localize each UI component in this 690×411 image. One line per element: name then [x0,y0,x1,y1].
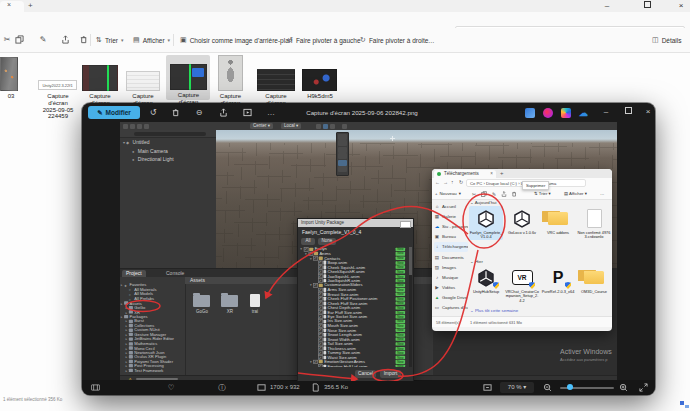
view-button[interactable]: ▤ Afficher ▾ [564,191,587,196]
thumbnail-image[interactable] [218,55,243,91]
thumbnail-image[interactable]: Unity2022.3.22f1 [38,80,77,90]
sidebar-item[interactable]: ▭ Captures d'écr [434,303,468,313]
file-item[interactable]: VR VRC addons [541,206,575,240]
asset-file-icon[interactable] [250,294,260,307]
hierarchy-scene-row[interactable]: ▾ ◆ Untitled [123,139,150,145]
file-item[interactable]: VR Non confirmé 49763.crdownlo [577,206,611,240]
new-button[interactable]: + Nouveau ▾ [435,190,461,197]
up-icon[interactable]: ↑ [451,179,454,185]
viewer-minimize-button[interactable]: – [598,107,614,116]
file-item[interactable]: VR VRChat_CreatorCompanion_Setup_2.4.2 [505,265,539,303]
dialog-scrollbar[interactable] [409,247,412,367]
zoom-out-icon[interactable] [540,382,554,393]
back-icon[interactable]: ← [435,179,440,185]
sidebar-item[interactable]: ▤ Documents [434,252,468,262]
copy-icon[interactable] [14,35,24,45]
delete-icon[interactable] [78,35,88,45]
tab-console[interactable]: Console [162,270,188,277]
share-icon[interactable] [500,191,508,198]
rename-icon[interactable]: ✎ [38,35,48,45]
sidebar-item[interactable]: ▦ Galerie [434,211,468,221]
downloads-tab[interactable]: Téléchargements × [434,170,496,178]
sidebar-item[interactable]: ▲ Google Drive [434,293,468,303]
rotate-icon[interactable]: ↺ [146,107,160,118]
sidebar-item[interactable]: ⌂ Accueil [434,201,468,211]
thumbnail-image[interactable] [0,57,18,91]
photos-app-icon[interactable] [525,108,535,118]
delete-icon[interactable] [168,107,182,118]
sidebar-item[interactable]: ▣ Bureau [434,232,468,242]
minimize-button[interactable]: – [598,1,616,10]
cut-icon[interactable]: ✂ [2,35,12,45]
file-item[interactable]: VR Faelyn_Complete_V1.0.4 [469,206,503,240]
file-item[interactable]: VR OM3D_Course [577,265,611,303]
group-header-yesterday[interactable]: ⌄ Hier [470,259,483,264]
unity-orientation-button[interactable]: Local ▾ [281,123,301,129]
more-button[interactable]: … [600,191,604,196]
zoom-level-dropdown[interactable]: 70 % ▾ [500,382,534,393]
zoom-slider-handle[interactable] [567,384,573,390]
unity-play-button[interactable] [323,124,328,129]
share-icon[interactable] [60,35,70,45]
sidebar-item[interactable]: ↓ Téléchargements [434,242,468,252]
view-button[interactable]: ▤ Afficher ▾ [133,33,170,47]
forward-icon[interactable]: → [443,179,448,185]
package-item-row[interactable]: ▾ Emotion Half Lid.anim New [299,364,408,367]
file-item[interactable]: VR UnityHubSetup [469,265,503,303]
asset-folder-icon[interactable] [193,295,210,307]
tab-close-icon[interactable]: × [490,170,493,178]
rotate-right-button[interactable]: ↺ Faire pivoter à droite [360,33,429,47]
thumbnail-image[interactable] [170,64,207,90]
hierarchy-search[interactable] [134,132,206,136]
cut-icon[interactable]: ✂ [470,191,478,197]
fullscreen-icon[interactable] [636,382,650,393]
tab-project[interactable]: Project [122,270,146,277]
file-item[interactable]: VR GoLoco v.1.0.6v [505,206,539,240]
toolbar-more-button[interactable]: … [428,33,435,47]
designer-icon[interactable] [561,108,571,118]
group-header-today[interactable]: ⌄ Aujourd'hui [470,200,497,205]
more-icon[interactable]: … [264,107,278,118]
refresh-icon[interactable]: ↻ [459,179,463,185]
unity-pivot-button[interactable]: Center ▾ [250,123,273,129]
sidebar-item[interactable]: ☁ Siu - personnel [434,221,468,231]
maximize-button[interactable] [638,1,656,10]
info-icon[interactable]: ⓘ [215,382,229,393]
import-button[interactable]: Import [380,370,401,378]
hierarchy-item[interactable]: ● Main Camera [132,148,168,154]
sidebar-item[interactable]: ▨ Images [434,262,468,272]
details-button[interactable]: ◫ Détails [652,33,682,47]
viewer-maximize-button[interactable] [620,107,636,116]
all-button[interactable]: All [301,238,315,245]
filmstrip-icon[interactable] [88,382,102,393]
project-tree-row[interactable]: ▸Test Framework [120,368,184,372]
rotate-left-button[interactable]: ↺ Faire pivoter à gauche [287,33,361,47]
sort-button[interactable]: ⇅ Trier ▾ [534,191,551,196]
viewer-close-button[interactable]: × [640,107,656,116]
tab-close-icon[interactable]: × [7,1,11,8]
earlier-this-week-link[interactable]: ⌄ Plus tôt cette semaine [470,308,518,313]
onedrive-icon[interactable]: ☁ [579,108,589,118]
set-background-button[interactable]: ▣ Choisir comme image d'arrière-plan [180,33,292,47]
fit-to-window-icon[interactable] [480,382,494,393]
hide-icon[interactable]: ⊖ [192,107,206,118]
clipchamp-icon[interactable] [543,108,553,118]
hierarchy-item[interactable]: ● Directional Light [132,156,174,162]
copy-icon[interactable] [480,191,488,198]
sidebar-item[interactable]: ▶ Vidéos [434,283,468,293]
unity-tool-overlay[interactable] [336,132,349,176]
zoom-in-icon[interactable] [616,382,630,393]
explorer-active-tab[interactable] [0,1,24,12]
edit-button[interactable]: ✎ Modifier [88,106,140,119]
close-button[interactable]: × [672,1,690,10]
delete-icon[interactable] [510,191,518,198]
sidebar-item[interactable]: ♪ Musique [434,272,468,282]
slideshow-icon[interactable] [240,107,254,118]
checkbox[interactable] [318,364,322,367]
share-icon[interactable] [216,107,230,118]
favorite-icon[interactable]: ♡ [164,382,178,393]
cancel-button[interactable]: Cancel [355,370,376,378]
thumbnail-image[interactable] [126,71,160,91]
new-tab-button[interactable]: + [28,1,33,10]
thumbnail-image[interactable] [82,65,118,91]
